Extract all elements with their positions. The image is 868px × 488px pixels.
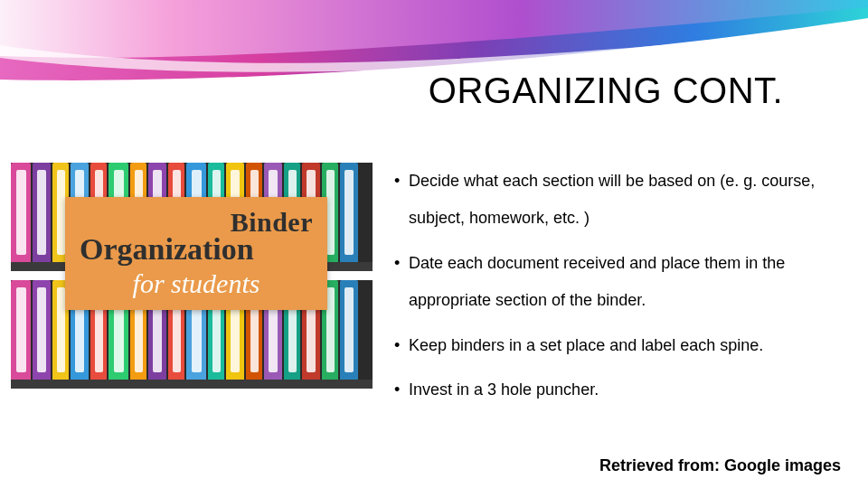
binder-organization-card: Binder Organization for students xyxy=(65,197,327,310)
bullet-item: Decide what each section will be based o… xyxy=(394,163,850,238)
binder-spine xyxy=(11,163,31,262)
binder-spine xyxy=(340,163,358,262)
bullet-item: Invest in a 3 hole puncher. xyxy=(394,371,850,408)
card-line-2: Organization xyxy=(80,232,313,267)
binder-spine xyxy=(33,280,51,380)
binder-spine xyxy=(11,280,31,380)
binder-illustration: Binder Organization for students xyxy=(11,163,373,398)
card-line-3: for students xyxy=(80,268,313,299)
binder-spine xyxy=(33,163,51,262)
content-area: Binder Organization for students Decide … xyxy=(0,163,868,416)
bullet-item: Keep binders in a set place and label ea… xyxy=(394,327,850,364)
binder-spine xyxy=(340,280,358,380)
attribution-text: Retrieved from: Google images xyxy=(599,456,841,475)
slide-title: ORGANIZING CONT. xyxy=(362,70,850,111)
bullet-list: Decide what each section will be based o… xyxy=(373,163,868,416)
bullet-item: Date each document received and place th… xyxy=(394,245,850,320)
